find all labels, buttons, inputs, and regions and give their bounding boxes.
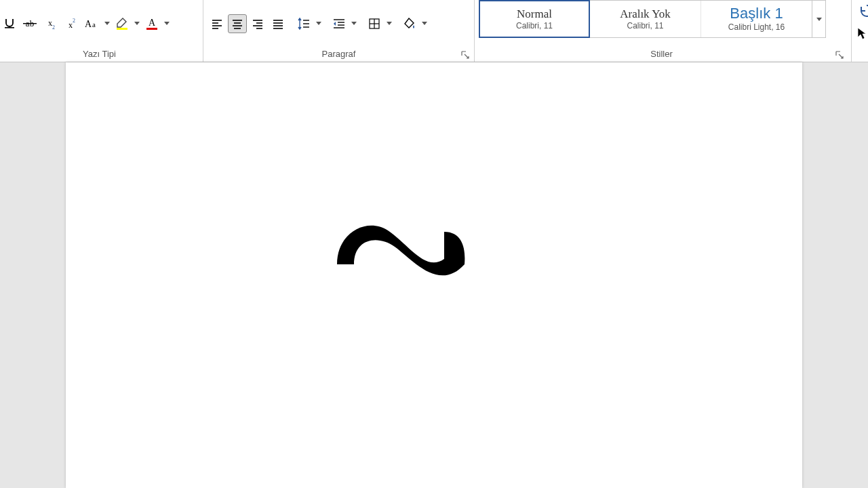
chevron-down-icon: [351, 22, 357, 25]
strikethrough-button[interactable]: ab: [20, 14, 39, 33]
style-card-subtitle: Calibri, 11: [516, 21, 553, 30]
highlight-icon: [115, 17, 129, 30]
change-case-icon: A a: [84, 18, 99, 30]
justify-icon: [272, 18, 284, 30]
paragraph-dialog-launcher[interactable]: [460, 50, 470, 60]
styles-gallery-more[interactable]: [812, 1, 825, 37]
justify-button[interactable]: [269, 14, 288, 33]
style-card-title: Başlık 1: [730, 6, 783, 21]
font-group-controls: ab x 2 x 2 A: [0, 0, 199, 47]
font-color-button[interactable]: A: [142, 14, 161, 33]
borders-icon: [368, 18, 380, 30]
styles-gallery: Normal Calibri, 11 Aralık Yok Calibri, 1…: [479, 0, 826, 38]
superscript-button[interactable]: x 2: [61, 14, 80, 33]
superscript-icon: x 2: [64, 18, 77, 30]
style-heading1[interactable]: Başlık 1 Calibri Light, 16: [701, 1, 812, 37]
style-card-subtitle: Calibri, 11: [627, 21, 663, 30]
chevron-down-icon: [104, 22, 110, 25]
line-spacing-button[interactable]: [294, 14, 313, 33]
styles-group-label: Stiller: [479, 49, 844, 59]
decrease-indent-button[interactable]: [330, 14, 349, 33]
strikethrough-icon: ab: [22, 18, 37, 30]
svg-rect-11: [146, 28, 157, 30]
paint-bucket-icon: [403, 17, 416, 30]
paragraph-group-controls: [208, 0, 470, 47]
tilde-shape: [330, 211, 473, 279]
style-no-spacing[interactable]: Aralık Yok Calibri, 11: [589, 1, 701, 37]
chevron-down-icon: [387, 22, 392, 25]
font-group: ab x 2 x 2 A: [0, 0, 203, 62]
underline-icon: [3, 18, 16, 30]
change-case-button[interactable]: A a: [81, 14, 102, 33]
subscript-button[interactable]: x 2: [41, 14, 60, 33]
change-case-dropdown[interactable]: [103, 14, 111, 33]
document-area: [0, 62, 868, 488]
align-left-button[interactable]: [208, 14, 226, 33]
styles-dialog-launcher[interactable]: [835, 50, 844, 60]
styles-group: Normal Calibri, 11 Aralık Yok Calibri, 1…: [475, 0, 852, 62]
align-left-icon: [211, 18, 223, 30]
align-right-icon: [252, 18, 264, 30]
chevron-down-icon: [316, 22, 321, 25]
align-center-icon: [231, 18, 243, 30]
svg-text:2: 2: [73, 18, 75, 24]
highlight-color-dropdown[interactable]: [133, 14, 141, 33]
borders-dropdown[interactable]: [385, 14, 393, 33]
font-group-label: Yazı Tipi: [0, 49, 199, 59]
decrease-indent-icon: [332, 17, 346, 30]
shading-button[interactable]: [400, 14, 419, 33]
svg-text:2: 2: [52, 24, 55, 30]
paragraph-group-label: Paragraf: [208, 49, 470, 59]
style-card-title: Aralık Yok: [620, 8, 671, 20]
style-normal[interactable]: Normal Calibri, 11: [479, 0, 590, 38]
replace-icon: [860, 4, 868, 18]
line-spacing-dropdown[interactable]: [315, 14, 323, 33]
partial-right-group: [852, 0, 868, 62]
chevron-down-icon: [134, 22, 140, 25]
underline-button[interactable]: [0, 14, 19, 33]
document-page[interactable]: [66, 62, 802, 488]
style-card-title: Normal: [517, 8, 552, 20]
ribbon: ab x 2 x 2 A: [0, 0, 868, 62]
svg-text:A: A: [149, 18, 156, 28]
borders-button[interactable]: [365, 14, 384, 33]
dialog-launcher-icon: [461, 51, 469, 59]
shading-dropdown[interactable]: [420, 14, 429, 33]
paragraph-group: Paragraf: [203, 0, 475, 62]
style-card-subtitle: Calibri Light, 16: [728, 22, 785, 32]
subscript-icon: x 2: [44, 18, 56, 30]
align-right-button[interactable]: [248, 14, 267, 33]
indent-dropdown[interactable]: [350, 14, 358, 33]
line-spacing-icon: [297, 17, 311, 30]
dialog-launcher-icon: [835, 51, 844, 59]
svg-text:A: A: [85, 19, 92, 29]
svg-rect-9: [117, 28, 127, 30]
font-color-icon: A: [145, 17, 159, 30]
chevron-down-icon: [164, 22, 170, 25]
chevron-down-icon: [816, 18, 822, 21]
svg-rect-0: [5, 27, 14, 28]
chevron-down-icon: [422, 22, 427, 25]
highlight-color-button[interactable]: [113, 14, 132, 33]
font-color-dropdown[interactable]: [163, 14, 171, 33]
svg-text:a: a: [92, 20, 96, 28]
align-center-button[interactable]: [228, 14, 247, 33]
svg-rect-2: [23, 23, 37, 24]
